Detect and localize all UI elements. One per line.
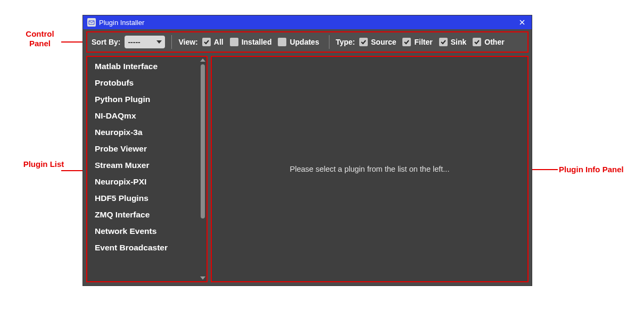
app-window: Plugin Installer Sort By: ----- View: Al… <box>82 15 532 286</box>
view-checkbox-all[interactable] <box>202 38 211 46</box>
list-item[interactable]: Probe Viewer <box>87 140 199 157</box>
list-item[interactable]: Event Broadcaster <box>87 239 199 256</box>
view-label-installed: Installed <box>242 38 272 46</box>
body-area: Matlab InterfaceProtobufsPython PluginNI… <box>83 53 532 285</box>
divider <box>171 35 172 49</box>
view-label: View: <box>178 38 197 46</box>
control-panel: Sort By: ----- View: AllInstalledUpdates… <box>86 31 529 53</box>
list-item[interactable]: Network Events <box>87 223 199 239</box>
list-item[interactable]: HDF5 Plugins <box>87 190 199 206</box>
type-checkbox-source[interactable] <box>359 38 368 46</box>
view-checkbox-installed[interactable] <box>230 38 238 46</box>
app-icon <box>87 18 96 27</box>
type-label-source: Source <box>371 38 396 46</box>
plugin-list-scroll: Matlab InterfaceProtobufsPython PluginNI… <box>87 57 199 281</box>
type-label: Type: <box>336 38 355 46</box>
divider <box>329 35 329 49</box>
annotation-line <box>61 41 85 43</box>
list-item[interactable]: Stream Muxer <box>87 157 199 173</box>
type-checkbox-other[interactable] <box>473 38 481 46</box>
view-checkbox-updates[interactable] <box>278 38 286 46</box>
titlebar: Plugin Installer <box>83 15 532 29</box>
type-checkbox-sink[interactable] <box>439 38 448 46</box>
view-label-updates: Updates <box>290 38 319 46</box>
plugin-list: Matlab InterfaceProtobufsPython PluginNI… <box>86 56 208 282</box>
plugin-info-panel: Please select a plugin from the list on … <box>211 56 529 282</box>
close-button[interactable] <box>517 17 527 28</box>
list-item[interactable]: NI-DAQmx <box>87 107 199 124</box>
window-title: Plugin Installer <box>99 19 517 27</box>
view-options: AllInstalledUpdates <box>202 38 323 46</box>
list-item[interactable]: Python Plugin <box>87 91 199 107</box>
scroll-thumb[interactable] <box>201 64 205 218</box>
scroll-down-icon[interactable] <box>200 276 205 280</box>
chevron-down-icon <box>156 40 162 44</box>
annotation-plugin-list: Plugin List <box>22 159 65 169</box>
type-label-filter: Filter <box>414 38 432 46</box>
annotation-line <box>61 170 85 171</box>
close-icon <box>519 19 525 26</box>
sort-by-value: ----- <box>128 38 140 46</box>
scroll-up-icon[interactable] <box>200 58 205 62</box>
scrollbar[interactable] <box>199 57 207 281</box>
type-checkbox-filter[interactable] <box>402 38 411 46</box>
annotation-info-panel: Plugin Info Panel <box>559 165 633 174</box>
annotation-control-panel: Control Panel <box>16 29 64 48</box>
type-options: SourceFilterSinkOther <box>359 38 508 46</box>
annotation-line <box>531 169 558 170</box>
sort-by-select[interactable]: ----- <box>125 36 165 48</box>
list-item[interactable]: Protobufs <box>87 74 199 91</box>
type-label-other: Other <box>484 38 504 46</box>
view-label-all: All <box>214 38 224 46</box>
list-item[interactable]: Neuropix-PXI <box>87 173 199 190</box>
list-item[interactable]: ZMQ Interface <box>87 206 199 223</box>
list-item[interactable]: Matlab Interface <box>87 58 199 74</box>
list-item[interactable]: Neuropix-3a <box>87 124 199 140</box>
type-label-sink: Sink <box>451 38 467 46</box>
sort-by-label: Sort By: <box>92 38 120 46</box>
info-placeholder: Please select a plugin from the list on … <box>290 165 450 173</box>
